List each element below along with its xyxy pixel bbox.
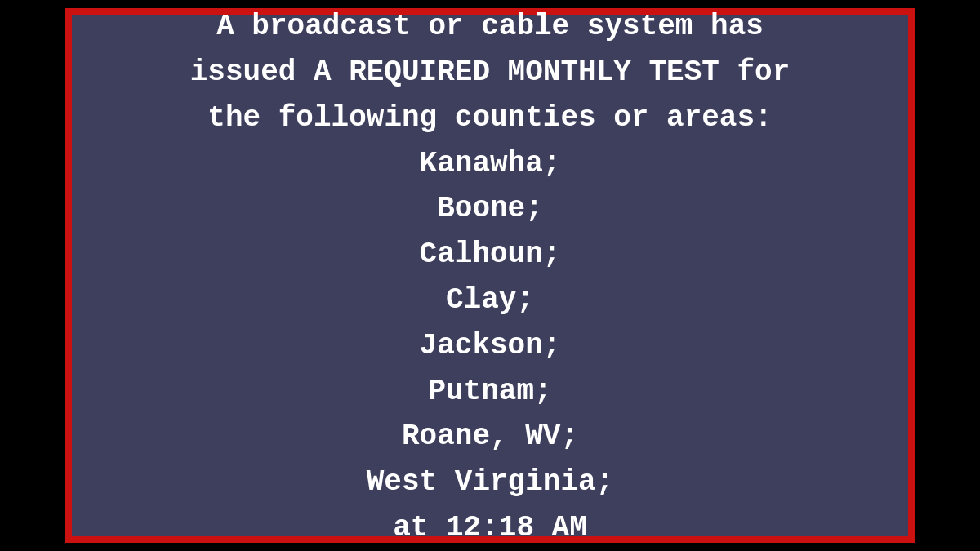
county-roane: Roane, WV;: [402, 420, 578, 453]
county-jackson: Jackson;: [420, 329, 561, 362]
header-line3: the following counties or areas:: [207, 101, 772, 135]
county-wv: West Virginia;: [367, 465, 613, 499]
time-stamp: at 12:18 AM: [393, 511, 587, 544]
header-line2: issued A REQUIRED MONTHLY TEST for: [190, 56, 791, 89]
county-putnam: Putnam;: [428, 375, 551, 408]
county-calhoun: Calhoun;: [420, 238, 561, 271]
county-kanawha: Kanawha;: [420, 147, 561, 180]
alert-screen: A broadcast or cable system has issued A…: [65, 8, 915, 543]
alert-message: A broadcast or cable system has issued A…: [190, 0, 791, 551]
county-boone: Boone;: [437, 192, 543, 225]
header-line1: A broadcast or cable system has: [216, 10, 764, 43]
county-clay: Clay;: [446, 283, 534, 317]
